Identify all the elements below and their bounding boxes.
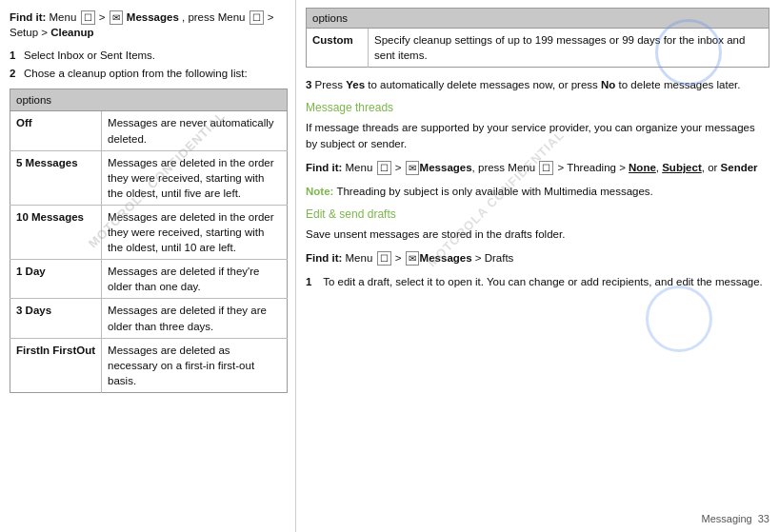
- option-label-3days: 3 Days: [10, 299, 102, 338]
- footer-label: Messaging: [702, 512, 752, 526]
- right-step-1-text: To edit a draft, select it to open it. Y…: [323, 274, 763, 289]
- option-desc-1day: Messages are deleted if they're older th…: [102, 260, 288, 299]
- find-it2-menu: Menu ☐ > ✉: [346, 162, 420, 173]
- find-it-drafts: Find it: Menu ☐ > ✉Messages > Drafts: [306, 250, 769, 266]
- message-threads-heading: Message threads: [306, 100, 769, 116]
- right-column: options Custom Specify cleanup settings …: [295, 0, 779, 532]
- options-table: options Off Messages are never automatic…: [10, 89, 288, 393]
- page-container: Find it: Menu ☐ > ✉ Messages , press Men…: [0, 0, 779, 532]
- top-option-custom: Custom Specify cleanup settings of up to…: [307, 29, 769, 68]
- top-options-header-text: options: [312, 12, 348, 24]
- page-footer: Messaging 33: [702, 512, 769, 526]
- step-2-text: Chose a cleanup option from the followin…: [24, 66, 248, 81]
- find-it3-menu: Menu ☐ > ✉: [346, 252, 420, 264]
- find-it-label: Find it:: [10, 11, 46, 23]
- option-desc-10msg: Messages are deleted in the order they w…: [102, 205, 288, 259]
- note-para: Note: Threading by subject is only avail…: [306, 184, 769, 200]
- option-desc-off: Messages are never automatically deleted…: [102, 111, 288, 150]
- step-1-num: 1: [10, 48, 21, 63]
- option-row-5msg: 5 Messages Messages are deleted in the o…: [10, 150, 288, 205]
- steps-list: 1 Select Inbox or Sent Items. 2 Chose a …: [10, 48, 288, 81]
- find-it-messages: Messages: [127, 11, 179, 23]
- step-2-num: 2: [10, 66, 21, 81]
- option-label-10msg: 10 Messages: [10, 205, 102, 259]
- find-it-menu: Menu ☐ > ✉: [50, 11, 124, 23]
- option-label-fifo: FirstIn FirstOut: [10, 338, 102, 392]
- option-desc-3days: Messages are deleted if they are older t…: [102, 299, 288, 338]
- edit-send-drafts-heading: Edit & send drafts: [306, 207, 769, 223]
- option-row-3days: 3 Days Messages are deleted if they are …: [10, 299, 288, 338]
- right-step-1: 1 To edit a draft, select it to open it.…: [306, 274, 769, 289]
- top-option-desc-custom: Specify cleanup settings of up to 199 me…: [369, 29, 769, 68]
- step-1: 1 Select Inbox or Sent Items.: [10, 48, 288, 63]
- page-number: 33: [758, 512, 769, 526]
- find-it3-label: Find it:: [306, 252, 342, 264]
- note-label: Note:: [306, 186, 333, 197]
- step-3-text-before-yes: Press: [315, 79, 347, 90]
- option-desc-5msg: Messages are deleted in the order they w…: [102, 150, 288, 205]
- find-it2-threading-label: , press Menu ☐ > Threading >: [472, 162, 629, 173]
- step-3-block: 3 Press Yes to automatically delete mess…: [306, 77, 769, 92]
- top-options-header: options: [307, 9, 769, 29]
- note-text: Threading by subject is only available w…: [333, 186, 652, 197]
- option-row-off: Off Messages are never automatically del…: [10, 111, 288, 150]
- find-it-top: Find it: Menu ☐ > ✉ Messages , press Men…: [10, 10, 288, 40]
- left-column: Find it: Menu ☐ > ✉ Messages , press Men…: [0, 0, 295, 532]
- find-it2-messages: Messages: [420, 162, 472, 173]
- find-it2-label: Find it:: [306, 162, 342, 173]
- step-3-num: 3: [306, 79, 311, 90]
- option-row-fifo: FirstIn FirstOut Messages are deleted as…: [10, 338, 288, 392]
- option-desc-fifo: Messages are deleted as necessary on a f…: [102, 338, 288, 392]
- option-row-1day: 1 Day Messages are deleted if they're ol…: [10, 260, 288, 299]
- step-3-yes: Yes: [346, 79, 365, 90]
- find-it2-or: , or: [702, 162, 721, 173]
- find-it2-subject: Subject: [662, 162, 702, 173]
- step-3-mid: to automatically delete messages now, or…: [365, 79, 601, 90]
- option-label-5msg: 5 Messages: [10, 150, 102, 205]
- top-option-label-custom: Custom: [307, 29, 369, 68]
- stamp-bottom: [646, 286, 712, 352]
- message-threads-para: If message threads are supported by your…: [306, 120, 769, 151]
- find-it2-none: None: [629, 162, 656, 173]
- find-it-threading: Find it: Menu ☐ > ✉Messages, press Menu …: [306, 160, 769, 176]
- edit-send-drafts-para: Save unsent messages are stored in the d…: [306, 227, 769, 243]
- step-1-text: Select Inbox or Sent Items.: [24, 48, 155, 63]
- find-it-cleanup: Cleanup: [50, 27, 93, 38]
- step-3-end: to delete messages later.: [615, 79, 740, 90]
- option-label-1day: 1 Day: [10, 260, 102, 299]
- step-2: 2 Chose a cleanup option from the follow…: [10, 66, 288, 81]
- find-it3-messages: Messages: [420, 252, 472, 264]
- options-table-header: options: [10, 89, 288, 111]
- right-step-1-num: 1: [306, 274, 317, 289]
- step-3-no: No: [601, 79, 615, 90]
- top-options-table: options Custom Specify cleanup settings …: [306, 8, 769, 68]
- find-it2-sender: Sender: [721, 162, 758, 173]
- option-row-10msg: 10 Messages Messages are deleted in the …: [10, 205, 288, 259]
- option-label-off: Off: [10, 111, 102, 150]
- find-it3-drafts: > Drafts: [472, 252, 514, 264]
- options-header-text: options: [16, 94, 51, 106]
